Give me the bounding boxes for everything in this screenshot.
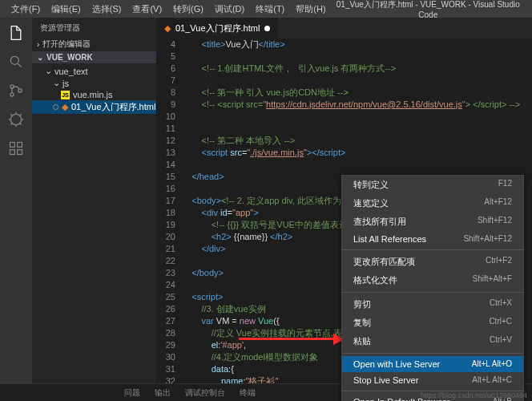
context-menu-item[interactable]: 粘贴Ctrl+V [342, 332, 523, 350]
context-menu-item[interactable]: 转到定义F12 [342, 176, 523, 194]
svg-point-3 [18, 89, 22, 92]
context-menu-item[interactable]: 复制Ctrl+C [342, 314, 523, 332]
panel-tab[interactable]: 调试控制台 [185, 387, 225, 399]
svg-point-0 [10, 56, 18, 64]
watermark: https://blog.csdn.net/u012660464 [421, 391, 527, 399]
svg-rect-5 [10, 143, 15, 148]
menu-item[interactable]: 调试(D) [210, 2, 249, 17]
context-menu-item[interactable]: List All ReferencesShift+Alt+F12 [342, 231, 523, 247]
panel-tab[interactable]: 输出 [155, 387, 171, 399]
menu-item[interactable]: 帮助(H) [291, 2, 330, 17]
editor-tabs: ◆ 01_Vue入门程序.html [156, 18, 532, 38]
context-menu-item[interactable]: 查找所有引用Shift+F12 [342, 213, 523, 231]
titlebar: 文件(F)编辑(E)选择(S)查看(V)转到(G)调试(D)终端(T)帮助(H)… [0, 0, 532, 18]
line-gutter: 4567891011121314151617181920212223242526… [156, 38, 182, 383]
window-title: 01_Vue入门程序.html - VUE_WORK - Visual Stud… [331, 0, 526, 19]
editor-tab[interactable]: ◆ 01_Vue入门程序.html [156, 18, 279, 38]
panel-tab[interactable]: 终端 [240, 387, 256, 399]
panel-tab[interactable]: 问题 [124, 387, 140, 399]
menu-item[interactable]: 文件(F) [6, 2, 45, 17]
tab-label: 01_Vue入门程序.html [175, 22, 260, 34]
source-control-icon[interactable] [7, 82, 25, 99]
html-icon: ◆ [164, 23, 171, 34]
svg-rect-6 [18, 143, 22, 148]
context-menu-item[interactable]: 速览定义Alt+F12 [342, 194, 523, 213]
tree-item[interactable]: JSvue.min.js [32, 89, 156, 100]
svg-point-4 [10, 114, 21, 124]
svg-rect-8 [18, 150, 22, 155]
context-menu-item[interactable]: 剪切Ctrl+X [342, 295, 523, 314]
search-icon[interactable] [7, 53, 25, 71]
project-root[interactable]: ⌄VUE_WORK [32, 51, 156, 63]
file-tree: ⌄vue_text⌄jsJSvue.min.js◆01_Vue入门程序.html [32, 63, 156, 115]
tree-item[interactable]: ⌄vue_text [32, 65, 156, 77]
context-menu-item[interactable]: 更改所有匹配项Ctrl+F2 [342, 253, 523, 271]
context-menu-item[interactable]: 格式化文件Shift+Alt+F [342, 271, 523, 290]
annotation-arrow [239, 334, 345, 345]
tree-item[interactable]: ⌄js [32, 77, 156, 89]
sidebar: 资源管理器 ›打开的编辑器 ⌄VUE_WORK ⌄vue_text⌄jsJSvu… [32, 18, 156, 383]
sidebar-title: 资源管理器 [32, 18, 156, 37]
svg-point-1 [10, 85, 14, 88]
svg-point-2 [10, 93, 14, 96]
tree-item[interactable]: ◆01_Vue入门程序.html [32, 100, 156, 114]
open-editors-section[interactable]: ›打开的编辑器 [32, 37, 156, 51]
modified-dot-icon [264, 26, 270, 31]
context-menu: 转到定义F12速览定义Alt+F12查找所有引用Shift+F12List Al… [341, 175, 524, 401]
explorer-icon[interactable] [7, 24, 25, 42]
menu-item[interactable]: 编辑(E) [46, 2, 86, 17]
context-menu-item[interactable]: Open with Live ServerAlt+L Alt+O [342, 356, 523, 372]
menu-item[interactable]: 查看(V) [127, 2, 167, 17]
debug-icon[interactable] [7, 111, 25, 128]
extensions-icon[interactable] [7, 140, 25, 157]
menu-item[interactable]: 转到(G) [168, 2, 208, 17]
menubar: 文件(F)编辑(E)选择(S)查看(V)转到(G)调试(D)终端(T)帮助(H) [6, 2, 331, 17]
context-menu-item[interactable]: Stop Live ServerAlt+L Alt+C [342, 372, 523, 388]
svg-rect-7 [10, 150, 15, 155]
menu-item[interactable]: 终端(T) [251, 2, 289, 17]
menu-item[interactable]: 选择(S) [87, 2, 127, 17]
activity-bar [0, 18, 32, 383]
